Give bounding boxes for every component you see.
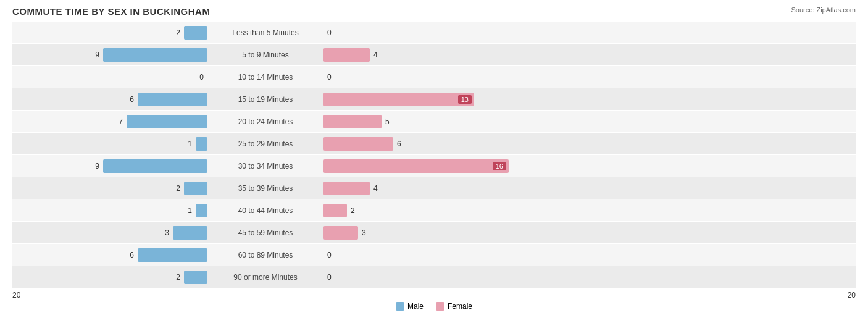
bar-female [323, 226, 358, 240]
legend-male: Male [396, 302, 424, 311]
table-row: 0 10 to 14 Minutes 0 [12, 66, 856, 88]
right-bar-area: 6 [321, 137, 519, 151]
bar-female [323, 204, 347, 217]
female-value-right: 4 [373, 184, 386, 193]
bar-male [184, 26, 207, 40]
bar-male [184, 271, 207, 284]
male-value-left: 9 [87, 51, 99, 59]
row-label: 30 to 34 Minutes [210, 162, 321, 170]
right-bar-area: 13 [321, 93, 519, 106]
male-value-left: 6 [122, 251, 134, 259]
chart-area: 2 Less than 5 Minutes 0 9 5 to 9 Minutes… [12, 22, 856, 280]
row-label: 5 to 9 Minutes [210, 51, 321, 59]
bar-male [103, 48, 207, 62]
row-label: 15 to 19 Minutes [210, 95, 321, 104]
male-value-left: 2 [168, 28, 180, 37]
female-value-right: 0 [327, 251, 340, 259]
bar-female [323, 137, 393, 151]
bar-female [323, 115, 382, 128]
bar-male [103, 159, 207, 173]
chart-title: COMMUTE TIME BY SEX IN BUCKINGHAM [12, 6, 856, 17]
table-row: 2 35 to 39 Minutes 4 [12, 177, 856, 199]
left-bar-area: 6 [12, 93, 210, 106]
legend-male-box [396, 302, 404, 311]
male-value-left: 2 [168, 273, 180, 282]
right-bar-area: 0 [321, 271, 519, 284]
right-bar-area: 4 [321, 48, 519, 62]
male-value-left: 3 [157, 229, 169, 237]
right-bar-area: 0 [321, 26, 519, 40]
axis-min-label: 20 [12, 291, 20, 300]
right-bar-area: 0 [321, 70, 519, 84]
male-value-left: 9 [87, 162, 99, 170]
male-value-left: 6 [122, 95, 134, 104]
left-bar-area: 9 [12, 159, 210, 173]
row-label: 20 to 24 Minutes [210, 117, 321, 126]
row-label: 40 to 44 Minutes [210, 206, 321, 215]
table-row: 3 45 to 59 Minutes 3 [12, 222, 856, 243]
female-value-right: 6 [397, 140, 409, 148]
legend: Male Female [12, 302, 856, 311]
legend-female-box [436, 302, 444, 311]
bar-female: 16 [323, 159, 509, 173]
legend-male-label: Male [407, 302, 424, 311]
table-row: 1 25 to 29 Minutes 6 [12, 133, 856, 154]
right-bar-area: 0 [321, 248, 519, 262]
bar-female [323, 48, 370, 62]
left-bar-area: 1 [12, 204, 210, 217]
right-bar-area: 2 [321, 204, 519, 217]
chart-container: COMMUTE TIME BY SEX IN BUCKINGHAM Source… [0, 0, 868, 323]
row-label: 45 to 59 Minutes [210, 229, 321, 237]
legend-female: Female [436, 302, 472, 311]
female-badge-value: 16 [493, 162, 506, 170]
left-bar-area: 0 [12, 70, 210, 84]
row-label: 10 to 14 Minutes [210, 73, 321, 82]
male-value-left: 7 [111, 117, 123, 126]
row-label: 25 to 29 Minutes [210, 140, 321, 148]
table-row: 9 5 to 9 Minutes 4 [12, 44, 856, 65]
male-value-left: 2 [168, 184, 180, 193]
source-text: Source: ZipAtlas.com [791, 6, 856, 14]
table-row: 2 Less than 5 Minutes 0 [12, 22, 856, 43]
bar-female [323, 182, 370, 195]
table-row: 7 20 to 24 Minutes 5 [12, 111, 856, 132]
left-bar-area: 6 [12, 248, 210, 262]
female-value-right: 2 [351, 206, 363, 215]
male-value-left: 1 [180, 140, 192, 148]
bar-male [173, 226, 207, 240]
male-value-left: 0 [191, 73, 204, 82]
left-bar-area: 9 [12, 48, 210, 62]
row-label: 35 to 39 Minutes [210, 184, 321, 193]
male-value-left: 1 [180, 206, 192, 215]
table-row: 6 60 to 89 Minutes 0 [12, 244, 856, 266]
female-value-right: 0 [327, 273, 340, 282]
row-label: Less than 5 Minutes [210, 28, 321, 37]
bar-male [138, 248, 207, 262]
right-bar-area: 3 [321, 226, 519, 240]
female-value-right: 0 [327, 73, 340, 82]
female-value-right: 4 [373, 51, 386, 59]
bar-male [184, 182, 207, 195]
table-row: 2 90 or more Minutes 0 [12, 266, 856, 288]
left-bar-area: 1 [12, 137, 210, 151]
chart-rows: 2 Less than 5 Minutes 0 9 5 to 9 Minutes… [12, 22, 856, 288]
table-row: 6 15 to 19 Minutes 13 [12, 88, 856, 110]
axis-labels: 20 20 [12, 291, 856, 300]
left-bar-area: 3 [12, 226, 210, 240]
row-label: 60 to 89 Minutes [210, 251, 321, 259]
bar-male [196, 204, 207, 217]
bar-female: 13 [323, 93, 474, 106]
left-bar-area: 7 [12, 115, 210, 128]
right-bar-area: 5 [321, 115, 519, 128]
female-value-right: 0 [327, 28, 340, 37]
right-bar-area: 4 [321, 182, 519, 195]
legend-female-label: Female [448, 302, 472, 311]
left-bar-area: 2 [12, 271, 210, 284]
right-bar-area: 16 [321, 159, 519, 173]
left-bar-area: 2 [12, 26, 210, 40]
female-value-right: 3 [362, 229, 374, 237]
table-row: 9 30 to 34 Minutes 16 [12, 155, 856, 177]
table-row: 1 40 to 44 Minutes 2 [12, 199, 856, 221]
female-value-right: 5 [385, 117, 398, 126]
row-label: 90 or more Minutes [210, 273, 321, 282]
